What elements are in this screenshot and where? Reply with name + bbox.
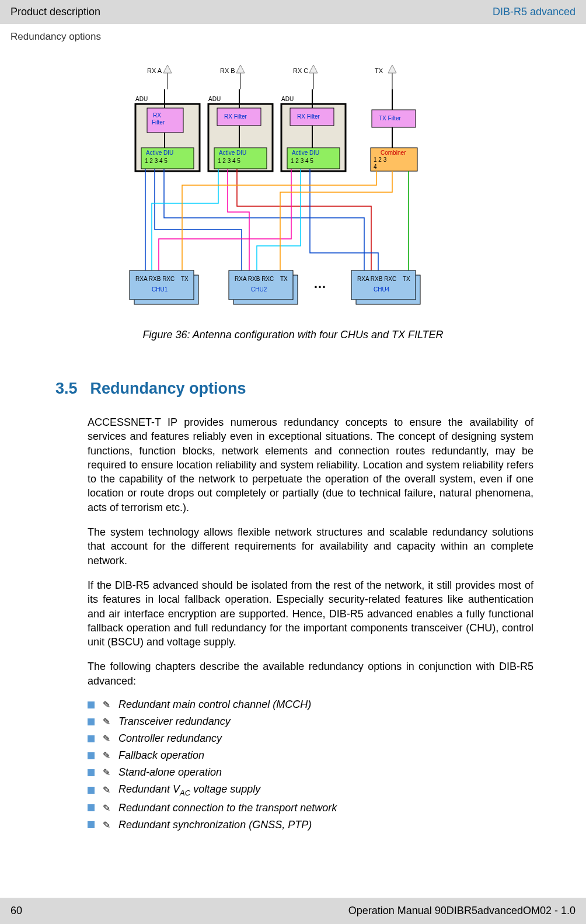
list-item: ✎ Controller redundancy [88, 732, 533, 745]
diu-ports-1: 1 2 3 4 5 [145, 158, 168, 164]
combiner-ports-top: 1 2 3 [374, 157, 387, 163]
doc-id: Operation Manual 90DIBR5advancedOM02 - 1… [348, 905, 575, 917]
section-number: 3.5 [55, 380, 78, 398]
page-footer-bar: 60 Operation Manual 90DIBR5advancedOM02 … [0, 898, 586, 924]
antenna-label-rxb: RX B [220, 67, 235, 74]
chu4-rx: RXA RXB RXC [357, 276, 396, 282]
diu-ports-3: 1 2 3 4 5 [291, 158, 313, 164]
rx-filter-1: RX [153, 112, 161, 119]
svg-rect-29 [130, 270, 194, 300]
section-title: Redundancy options [90, 380, 246, 398]
list-item: ✎ Redundant main control channel (MCCH) [88, 699, 533, 711]
link-icon: ✎ [103, 733, 110, 744]
paragraph-4: The following chapters describe the avai… [88, 659, 533, 688]
ellipsis: … [313, 276, 326, 291]
list-item: ✎ Transceiver redundancy [88, 715, 533, 728]
link-icon: ✎ [103, 750, 110, 761]
list-item: ✎ Stand-alone operation [88, 766, 533, 779]
antenna-label-tx: TX [375, 67, 383, 74]
antenna-label-rxc: RX C [293, 67, 308, 74]
chu2-tx: TX [280, 276, 288, 282]
chu2-rx: RXA RXB RXC [235, 276, 274, 282]
page-header-bar: Product description DIB-R5 advanced [0, 0, 586, 24]
diu-ports-2: 1 2 3 4 5 [218, 158, 240, 164]
svg-marker-6 [388, 65, 396, 73]
chu4-tx: TX [403, 276, 410, 282]
link-icon: ✎ [103, 819, 110, 831]
bullet-icon [88, 787, 95, 794]
subheader: Redundancy options [0, 24, 586, 43]
chu1-label: CHU1 [152, 286, 168, 293]
header-right: DIB-R5 advanced [493, 6, 575, 18]
adu-label-3: ADU [281, 96, 294, 102]
svg-text:Filter: Filter [152, 119, 165, 126]
bullet-icon [88, 821, 95, 828]
link-icon: ✎ [103, 784, 110, 796]
list-text: Fallback operation [118, 749, 204, 762]
paragraph-3: If the DIB-R5 advanced should be isolate… [88, 578, 533, 649]
list-text: Redundant connection to the transport ne… [118, 802, 337, 814]
list-text: Controller redundancy [118, 732, 222, 745]
svg-rect-31 [229, 270, 293, 300]
chu2-label: CHU2 [251, 286, 267, 293]
link-icon: ✎ [103, 803, 110, 814]
link-icon: ✎ [103, 716, 110, 727]
active-diu-2: Active DIU [219, 150, 246, 156]
link-icon: ✎ [103, 767, 110, 778]
bullet-icon [88, 735, 95, 742]
header-left: Product description [11, 6, 100, 18]
figure-caption: Figure 36: Antenna configuration with fo… [0, 329, 586, 341]
bullet-icon [88, 718, 95, 725]
chu4-label: CHU4 [374, 286, 390, 293]
paragraph-2: The system technology allows flexible ne… [88, 525, 533, 568]
paragraph-1: ACCESSNET-T IP provides numerous redunda… [88, 415, 533, 515]
adu-label-1: ADU [135, 96, 148, 102]
rx-filter-3: RX Filter [297, 113, 320, 120]
list-item: ✎ Redundant synchronization (GNSS, PTP) [88, 819, 533, 831]
bullet-icon [88, 804, 95, 811]
svg-marker-4 [309, 65, 318, 73]
list-item: ✎ Fallback operation [88, 749, 533, 762]
list-text: Transceiver redundancy [118, 715, 231, 728]
list-item: ✎ Redundant connection to the transport … [88, 802, 533, 814]
antenna-label-rxa: RX A [147, 67, 162, 74]
adu-label-2: ADU [208, 96, 221, 102]
page-number: 60 [11, 905, 22, 917]
svg-rect-33 [351, 270, 416, 300]
svg-marker-0 [163, 65, 172, 73]
combiner-label: Combiner [381, 150, 406, 156]
figure-diagram: RX A RX B RX C TX ADU RX Filter Active D… [89, 54, 497, 323]
rx-filter-2: RX Filter [224, 113, 247, 120]
chu1-rx: RXA RXB RXC [135, 276, 175, 282]
svg-marker-2 [236, 65, 245, 73]
bullet-icon [88, 752, 95, 759]
list-text: Stand-alone operation [118, 766, 222, 779]
list-text: Redundant VAC voltage supply [118, 783, 260, 797]
list-item: ✎ Redundant VAC voltage supply [88, 783, 533, 797]
active-diu-3: Active DIU [292, 150, 319, 156]
redundancy-list: ✎ Redundant main control channel (MCCH) … [88, 699, 533, 831]
chu1-tx: TX [181, 276, 189, 282]
list-text: Redundant main control channel (MCCH) [118, 699, 311, 711]
link-icon: ✎ [103, 699, 110, 710]
section-heading: 3.5 Redundancy options [55, 380, 586, 398]
combiner-ports-bot: 4 [374, 164, 377, 170]
tx-filter: TX Filter [379, 115, 401, 121]
bullet-icon [88, 701, 95, 708]
list-text: Redundant synchronization (GNSS, PTP) [118, 819, 312, 831]
bullet-icon [88, 769, 95, 776]
active-diu-1: Active DIU [146, 150, 173, 156]
